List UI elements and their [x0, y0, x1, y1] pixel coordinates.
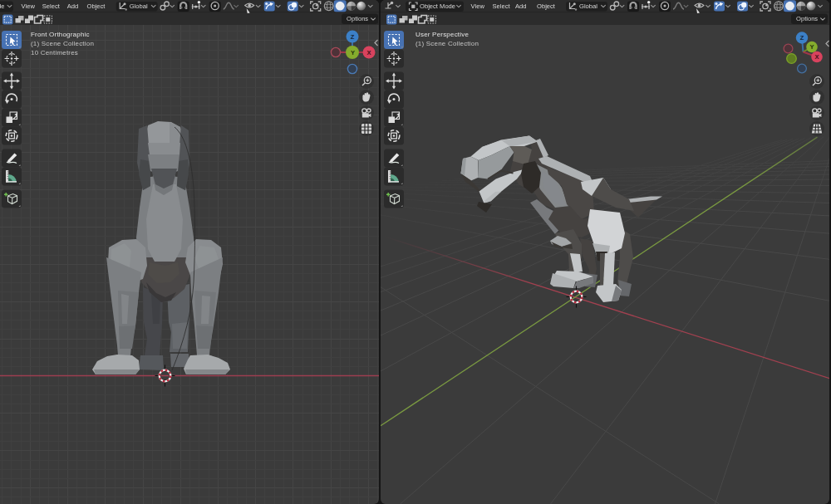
svg-text:View: View [471, 2, 485, 10]
svg-text:Add: Add [515, 2, 527, 10]
svg-text:Select: Select [493, 2, 511, 10]
svg-text:Z: Z [800, 34, 804, 42]
svg-text:View: View [22, 2, 36, 10]
svg-text:Z: Z [351, 33, 355, 41]
svg-text:Options: Options [347, 15, 368, 22]
svg-text:Global: Global [130, 2, 148, 10]
svg-text:X: X [814, 53, 819, 61]
svg-text:Add: Add [67, 2, 79, 10]
svg-text:Select: Select [42, 2, 61, 10]
svg-text:Options: Options [796, 15, 818, 22]
svg-text:X: X [366, 49, 371, 56]
svg-text:Object: Object [537, 2, 556, 10]
svg-text:Object: Object [87, 2, 106, 10]
svg-text:Y: Y [809, 43, 814, 51]
svg-text:Object Mode: Object Mode [420, 2, 455, 10]
svg-text:Y: Y [351, 49, 355, 56]
svg-text:de: de [0, 2, 4, 10]
svg-text:Global: Global [579, 2, 597, 10]
